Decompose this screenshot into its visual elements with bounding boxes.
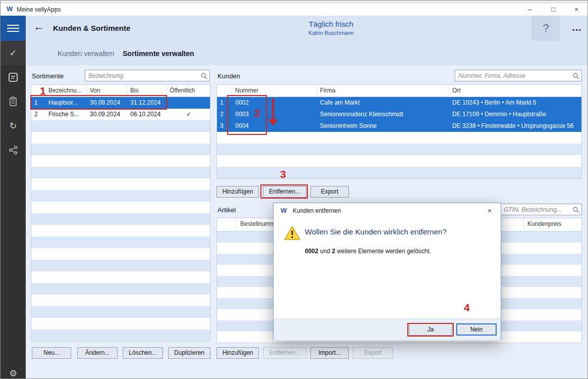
artikel-search-input[interactable] — [501, 204, 581, 215]
table-cell — [449, 155, 582, 167]
column-header[interactable]: Kundenpreis — [524, 218, 582, 231]
table-cell — [87, 225, 127, 236]
table-cell — [167, 271, 210, 283]
table-cell — [167, 178, 210, 190]
table-row-empty[interactable] — [31, 202, 210, 213]
table-row-empty[interactable] — [31, 248, 210, 260]
kunden-search-input[interactable] — [455, 70, 581, 81]
table-row-empty[interactable] — [217, 144, 581, 155]
table-row-empty[interactable] — [31, 213, 210, 225]
table-cell — [87, 120, 127, 132]
table-cell — [31, 144, 45, 155]
sortimente-search — [85, 70, 210, 81]
table-row-empty[interactable] — [31, 225, 210, 236]
table-row-empty[interactable] — [31, 329, 210, 341]
nein-button[interactable]: Nein — [456, 323, 497, 336]
checkmark-icon: ✓ — [9, 48, 17, 59]
table-row-empty[interactable] — [31, 283, 210, 295]
aendern-button[interactable]: Ändern... — [77, 347, 118, 359]
table-cell — [127, 178, 167, 190]
table-row-empty[interactable] — [31, 295, 210, 306]
table-row-empty[interactable] — [31, 120, 210, 132]
table-row-empty[interactable] — [31, 271, 210, 283]
sidebar-item-share[interactable] — [1, 138, 26, 162]
column-header[interactable]: Von — [87, 85, 127, 97]
artikel-hinzufuegen-button[interactable]: Hinzufügen — [217, 347, 259, 359]
shop-name: Täglich frisch — [255, 20, 407, 28]
tab-sortimente-verwalten[interactable]: Sortimente verwalten — [123, 50, 194, 58]
table-row-empty[interactable] — [31, 190, 210, 202]
table-row-empty[interactable] — [31, 144, 210, 155]
table-cell — [31, 178, 45, 190]
table-row-empty[interactable] — [31, 318, 210, 329]
sidebar-item-sync[interactable]: ↻ — [1, 114, 26, 138]
table-row-empty[interactable] — [217, 167, 581, 178]
table-cell: 30.09.2024 — [87, 97, 127, 109]
help-button[interactable]: ? — [531, 16, 560, 41]
table-cell: Cafe am Markt — [317, 97, 449, 109]
table-row-empty[interactable] — [217, 155, 581, 167]
table-row-empty[interactable] — [31, 155, 210, 167]
table-cell — [87, 248, 127, 260]
table-cell — [127, 144, 167, 155]
table-cell — [31, 260, 45, 271]
column-header[interactable]: Bis — [127, 85, 167, 97]
ja-button[interactable]: Ja — [409, 323, 452, 336]
maximize-button[interactable]: □ — [542, 3, 565, 16]
sidebar-item-orders[interactable] — [1, 89, 26, 114]
sync-icon: ↻ — [9, 120, 17, 131]
table-cell — [87, 144, 127, 155]
table-row[interactable]: 30004Seniorenheim SonneDE 3238 • Finster… — [217, 120, 581, 132]
dialog-title: Kunden entfernen — [293, 207, 341, 214]
table-cell — [167, 132, 210, 144]
table-cell — [31, 167, 45, 178]
column-header[interactable]: Nummer — [232, 85, 317, 97]
table-row[interactable]: 10002Cafe am MarktDE 10243 • Berlin • Am… — [217, 97, 581, 109]
table-cell — [524, 243, 582, 254]
column-header[interactable] — [217, 218, 237, 231]
column-header[interactable]: Firma — [317, 85, 449, 97]
sidebar-item-assortments[interactable] — [1, 65, 26, 89]
dialog-question: Wollen Sie die Kunden wirklich entfernen… — [305, 227, 447, 236]
table-cell — [232, 167, 317, 178]
table-row[interactable]: 2Frische S...30.09.202406.10.2024✓ — [31, 109, 210, 120]
neu-button[interactable]: Neu... — [32, 347, 71, 359]
table-row-empty[interactable] — [31, 306, 210, 318]
dialog-close-button[interactable]: × — [478, 203, 501, 218]
table-cell — [127, 295, 167, 306]
duplizieren-button[interactable]: Duplizieren — [168, 347, 210, 359]
table-row[interactable]: 1Hauptsor...30.09.202431.12.2024 — [31, 97, 210, 109]
settings-button[interactable]: ⚙ — [1, 361, 26, 379]
tab-kunden-verwalten[interactable]: Kunden verwalten — [58, 50, 114, 58]
table-row-empty[interactable] — [31, 236, 210, 248]
table-row-empty[interactable] — [217, 132, 581, 144]
search-icon — [572, 206, 579, 213]
sortimente-search-input[interactable] — [85, 70, 209, 81]
loeschen-button[interactable]: Löschen... — [123, 347, 163, 359]
artikel-export-button: Export — [353, 347, 393, 359]
table-row-empty[interactable] — [31, 132, 210, 144]
table-cell — [87, 190, 127, 202]
table-row-empty[interactable] — [31, 167, 210, 178]
table-row-empty[interactable] — [31, 178, 210, 190]
kunden-hinzufuegen-button[interactable]: Hinzufügen — [217, 186, 259, 198]
column-header[interactable]: Bezeichnu... — [45, 85, 87, 97]
column-header[interactable] — [217, 85, 232, 97]
table-cell — [127, 120, 167, 132]
table-cell — [167, 213, 210, 225]
hamburger-menu-button[interactable] — [1, 16, 26, 41]
table-cell — [31, 213, 45, 225]
sidebar-item-tasks[interactable]: ✓ — [1, 41, 26, 65]
close-button[interactable]: × — [565, 3, 588, 16]
table-row-empty[interactable] — [31, 260, 210, 271]
column-header[interactable]: Ort — [449, 85, 582, 97]
more-options-button[interactable]: … — [566, 16, 588, 41]
column-header[interactable] — [31, 85, 45, 97]
minimize-button[interactable]: – — [518, 3, 542, 16]
kunden-entfernen-button[interactable]: Entfernen... — [263, 186, 306, 198]
table-row[interactable]: 20003Seniorenresidenz KleinschmidtDE 171… — [217, 109, 581, 120]
artikel-import-button[interactable]: Import... — [310, 347, 349, 359]
back-button[interactable]: ← — [32, 21, 46, 33]
column-header[interactable]: Öffentlich — [167, 85, 210, 97]
kunden-export-button[interactable]: Export — [310, 186, 349, 198]
